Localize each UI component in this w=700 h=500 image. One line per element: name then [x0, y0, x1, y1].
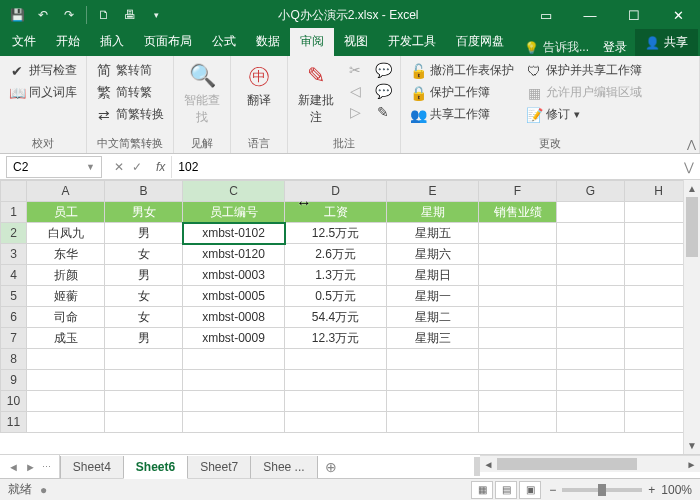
new-comment-button[interactable]: ✎新建批注: [294, 60, 338, 128]
cell[interactable]: xmbst-0120: [183, 244, 285, 265]
redo-button[interactable]: ↷: [58, 4, 80, 26]
cell[interactable]: [27, 391, 105, 412]
row-header[interactable]: 6: [1, 307, 27, 328]
cell[interactable]: [479, 244, 557, 265]
cell[interactable]: 成玉: [27, 328, 105, 349]
protect-share-button[interactable]: 🛡保护并共享工作簿: [523, 60, 645, 81]
cell[interactable]: 销售业绩: [479, 202, 557, 223]
scroll-up-button[interactable]: ▲: [684, 180, 700, 197]
next-comment-button[interactable]: ▷: [344, 102, 366, 122]
cell[interactable]: [183, 370, 285, 391]
cell[interactable]: [557, 223, 625, 244]
sheet-tab[interactable]: Sheet7: [187, 456, 251, 479]
cell[interactable]: xmbst-0005: [183, 286, 285, 307]
collapse-ribbon-button[interactable]: ⋀: [687, 138, 696, 151]
cell[interactable]: [557, 328, 625, 349]
scroll-right-button[interactable]: ►: [683, 456, 700, 472]
cell[interactable]: [557, 244, 625, 265]
cell[interactable]: [387, 412, 479, 433]
cell[interactable]: 12.5万元: [285, 223, 387, 244]
maximize-button[interactable]: ☐: [612, 0, 656, 30]
row-header[interactable]: 8: [1, 349, 27, 370]
cell[interactable]: [105, 391, 183, 412]
cancel-formula-button[interactable]: ✕: [114, 160, 124, 174]
cell[interactable]: [387, 370, 479, 391]
cell[interactable]: 0.5万元: [285, 286, 387, 307]
cell[interactable]: 折颜: [27, 265, 105, 286]
qat-customize[interactable]: ▾: [145, 4, 167, 26]
show-ink-button[interactable]: ✎: [372, 102, 394, 122]
row-header[interactable]: 7: [1, 328, 27, 349]
vertical-scrollbar[interactable]: ▲ ▼: [683, 180, 700, 454]
trad-to-simp-button[interactable]: 简繁转简: [93, 60, 167, 81]
translate-button[interactable]: ㊥翻译: [237, 60, 281, 111]
cell[interactable]: 星期六: [387, 244, 479, 265]
cell[interactable]: [183, 349, 285, 370]
sheet-tab[interactable]: Sheet4: [60, 456, 124, 479]
cell[interactable]: xmbst-0009: [183, 328, 285, 349]
row-header[interactable]: 1: [1, 202, 27, 223]
cell[interactable]: 星期五: [387, 223, 479, 244]
column-header[interactable]: G: [557, 181, 625, 202]
cell[interactable]: 男: [105, 328, 183, 349]
cell[interactable]: [557, 202, 625, 223]
fx-icon[interactable]: fx: [150, 160, 171, 174]
zoom-in-button[interactable]: +: [648, 483, 655, 497]
delete-comment-button[interactable]: ✂: [344, 60, 366, 80]
row-header[interactable]: 2: [1, 223, 27, 244]
tab-baidu[interactable]: 百度网盘: [446, 28, 514, 56]
accept-formula-button[interactable]: ✓: [132, 160, 142, 174]
sheet-nav-prev[interactable]: ◄: [6, 461, 21, 473]
cell[interactable]: [479, 412, 557, 433]
cell[interactable]: 男: [105, 265, 183, 286]
cell[interactable]: [285, 370, 387, 391]
sheet-nav-next[interactable]: ►: [23, 461, 38, 473]
smart-lookup-button[interactable]: 🔍智能查找: [180, 60, 224, 128]
cell[interactable]: [387, 391, 479, 412]
cell[interactable]: [285, 412, 387, 433]
cell[interactable]: 东华: [27, 244, 105, 265]
column-header[interactable]: F: [479, 181, 557, 202]
row-header[interactable]: 5: [1, 286, 27, 307]
cell[interactable]: 女: [105, 244, 183, 265]
cell[interactable]: [285, 349, 387, 370]
convert-button[interactable]: ⇄简繁转换: [93, 104, 167, 125]
cell[interactable]: 员工: [27, 202, 105, 223]
cell[interactable]: [557, 286, 625, 307]
sheet-tab[interactable]: Shee ...: [250, 456, 317, 479]
cell[interactable]: [557, 412, 625, 433]
cell[interactable]: [27, 370, 105, 391]
cell[interactable]: 星期二: [387, 307, 479, 328]
cell[interactable]: [479, 391, 557, 412]
undo-button[interactable]: ↶: [32, 4, 54, 26]
cell[interactable]: [479, 370, 557, 391]
cell[interactable]: [285, 391, 387, 412]
tab-data[interactable]: 数据: [246, 28, 290, 56]
cell[interactable]: [479, 286, 557, 307]
cell[interactable]: 白凤九: [27, 223, 105, 244]
allow-edit-ranges-button[interactable]: ▦允许用户编辑区域: [523, 82, 645, 103]
cell[interactable]: 54.4万元: [285, 307, 387, 328]
view-normal-button[interactable]: ▦: [471, 481, 493, 499]
expand-formula-button[interactable]: ⋁: [678, 160, 700, 174]
zoom-out-button[interactable]: −: [549, 483, 556, 497]
row-header[interactable]: 9: [1, 370, 27, 391]
qat-button-1[interactable]: 🗋: [93, 4, 115, 26]
select-all-corner[interactable]: [1, 181, 27, 202]
zoom-level[interactable]: 100%: [661, 483, 692, 497]
cell[interactable]: [105, 412, 183, 433]
spellcheck-button[interactable]: ✔拼写检查: [6, 60, 80, 81]
cell[interactable]: 姬蘅: [27, 286, 105, 307]
tab-file[interactable]: 文件: [2, 28, 46, 56]
cell[interactable]: 12.3万元: [285, 328, 387, 349]
tab-review[interactable]: 审阅: [290, 28, 334, 56]
cell[interactable]: 星期: [387, 202, 479, 223]
cell[interactable]: [557, 370, 625, 391]
cell[interactable]: 男女: [105, 202, 183, 223]
cell[interactable]: 女: [105, 307, 183, 328]
cell[interactable]: [183, 391, 285, 412]
cell[interactable]: [387, 349, 479, 370]
column-header[interactable]: B: [105, 181, 183, 202]
cell[interactable]: [27, 412, 105, 433]
save-button[interactable]: 💾: [6, 4, 28, 26]
